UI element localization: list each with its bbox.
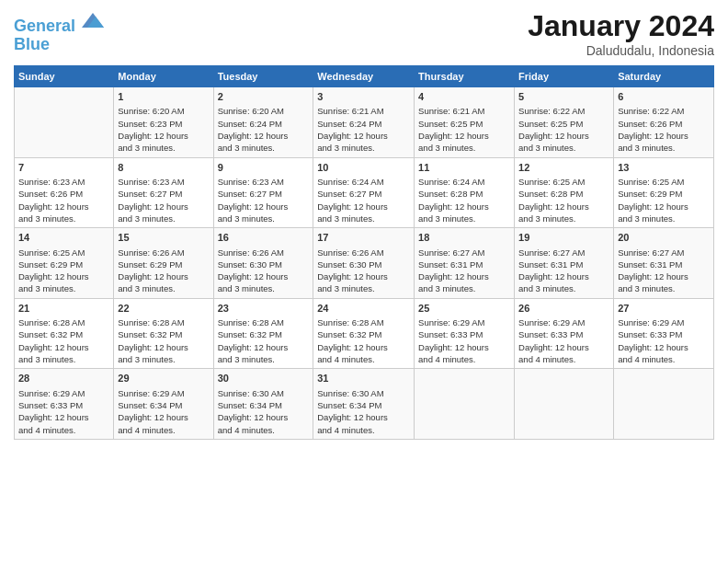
day-number: 15	[118, 231, 209, 245]
column-header-thursday: Thursday	[415, 66, 515, 87]
day-number: 2	[218, 90, 310, 104]
logo: General Blue	[14, 9, 104, 54]
day-number: 7	[18, 161, 109, 175]
calendar-cell: 16Sunrise: 6:26 AM Sunset: 6:30 PM Dayli…	[213, 228, 313, 299]
day-info: Sunrise: 6:21 AM Sunset: 6:25 PM Dayligh…	[418, 105, 510, 154]
calendar-cell: 25Sunrise: 6:29 AM Sunset: 6:33 PM Dayli…	[415, 298, 515, 369]
day-info: Sunrise: 6:29 AM Sunset: 6:33 PM Dayligh…	[618, 316, 710, 365]
calendar-week-row: 21Sunrise: 6:28 AM Sunset: 6:32 PM Dayli…	[15, 298, 714, 369]
day-number: 18	[418, 231, 510, 245]
day-info: Sunrise: 6:25 AM Sunset: 6:29 PM Dayligh…	[618, 176, 710, 224]
month-title: January 2024	[528, 9, 714, 43]
day-info: Sunrise: 6:30 AM Sunset: 6:34 PM Dayligh…	[317, 387, 410, 436]
day-info: Sunrise: 6:26 AM Sunset: 6:30 PM Dayligh…	[218, 247, 310, 295]
calendar-header-row: SundayMondayTuesdayWednesdayThursdayFrid…	[15, 66, 714, 87]
day-number: 24	[317, 302, 410, 316]
calendar-cell: 1Sunrise: 6:20 AM Sunset: 6:23 PM Daylig…	[114, 87, 213, 158]
logo-icon	[82, 9, 104, 31]
day-info: Sunrise: 6:28 AM Sunset: 6:32 PM Dayligh…	[218, 316, 310, 365]
day-info: Sunrise: 6:29 AM Sunset: 6:33 PM Dayligh…	[418, 316, 510, 365]
day-info: Sunrise: 6:29 AM Sunset: 6:33 PM Dayligh…	[18, 387, 109, 436]
day-info: Sunrise: 6:28 AM Sunset: 6:32 PM Dayligh…	[118, 316, 209, 365]
column-header-tuesday: Tuesday	[213, 66, 313, 87]
day-info: Sunrise: 6:23 AM Sunset: 6:26 PM Dayligh…	[18, 176, 109, 224]
day-number: 9	[218, 161, 310, 175]
day-info: Sunrise: 6:28 AM Sunset: 6:32 PM Dayligh…	[18, 316, 109, 365]
calendar-cell: 17Sunrise: 6:26 AM Sunset: 6:30 PM Dayli…	[313, 228, 415, 299]
calendar-cell: 10Sunrise: 6:24 AM Sunset: 6:27 PM Dayli…	[313, 157, 415, 228]
calendar-cell: 31Sunrise: 6:30 AM Sunset: 6:34 PM Dayli…	[313, 369, 415, 440]
column-header-wednesday: Wednesday	[313, 66, 415, 87]
page-container: General Blue January 2024 Dalududalu, In…	[0, 0, 728, 563]
day-number: 8	[118, 161, 209, 175]
day-info: Sunrise: 6:25 AM Sunset: 6:28 PM Dayligh…	[518, 176, 609, 224]
calendar-week-row: 28Sunrise: 6:29 AM Sunset: 6:33 PM Dayli…	[15, 369, 714, 440]
day-info: Sunrise: 6:25 AM Sunset: 6:29 PM Dayligh…	[18, 247, 109, 295]
calendar-cell: 29Sunrise: 6:29 AM Sunset: 6:34 PM Dayli…	[114, 369, 213, 440]
calendar-cell: 30Sunrise: 6:30 AM Sunset: 6:34 PM Dayli…	[213, 369, 313, 440]
day-info: Sunrise: 6:24 AM Sunset: 6:27 PM Dayligh…	[317, 176, 410, 224]
calendar-cell: 14Sunrise: 6:25 AM Sunset: 6:29 PM Dayli…	[15, 228, 114, 299]
day-info: Sunrise: 6:23 AM Sunset: 6:27 PM Dayligh…	[118, 176, 209, 224]
calendar-cell	[15, 87, 114, 158]
calendar-cell: 24Sunrise: 6:28 AM Sunset: 6:32 PM Dayli…	[313, 298, 415, 369]
day-info: Sunrise: 6:26 AM Sunset: 6:30 PM Dayligh…	[317, 247, 410, 295]
calendar-cell: 27Sunrise: 6:29 AM Sunset: 6:33 PM Dayli…	[614, 298, 714, 369]
day-info: Sunrise: 6:29 AM Sunset: 6:33 PM Dayligh…	[518, 316, 609, 365]
calendar-cell: 21Sunrise: 6:28 AM Sunset: 6:32 PM Dayli…	[15, 298, 114, 369]
day-info: Sunrise: 6:21 AM Sunset: 6:24 PM Dayligh…	[317, 105, 410, 154]
calendar-cell: 19Sunrise: 6:27 AM Sunset: 6:31 PM Dayli…	[515, 228, 614, 299]
calendar-cell: 2Sunrise: 6:20 AM Sunset: 6:24 PM Daylig…	[213, 87, 313, 158]
column-header-friday: Friday	[515, 66, 614, 87]
day-info: Sunrise: 6:23 AM Sunset: 6:27 PM Dayligh…	[218, 176, 310, 224]
calendar-cell: 8Sunrise: 6:23 AM Sunset: 6:27 PM Daylig…	[114, 157, 213, 228]
day-number: 20	[618, 231, 710, 245]
day-info: Sunrise: 6:27 AM Sunset: 6:31 PM Dayligh…	[618, 247, 710, 295]
calendar-cell: 13Sunrise: 6:25 AM Sunset: 6:29 PM Dayli…	[614, 157, 714, 228]
day-number: 5	[518, 90, 609, 104]
calendar-cell: 18Sunrise: 6:27 AM Sunset: 6:31 PM Dayli…	[415, 228, 515, 299]
day-info: Sunrise: 6:26 AM Sunset: 6:29 PM Dayligh…	[118, 247, 209, 295]
day-number: 12	[518, 161, 609, 175]
column-header-saturday: Saturday	[614, 66, 714, 87]
logo-blue: Blue	[14, 36, 104, 54]
calendar-week-row: 14Sunrise: 6:25 AM Sunset: 6:29 PM Dayli…	[15, 228, 714, 299]
calendar-cell: 9Sunrise: 6:23 AM Sunset: 6:27 PM Daylig…	[213, 157, 313, 228]
day-info: Sunrise: 6:20 AM Sunset: 6:23 PM Dayligh…	[118, 105, 209, 154]
day-info: Sunrise: 6:24 AM Sunset: 6:28 PM Dayligh…	[418, 176, 510, 224]
calendar-cell: 11Sunrise: 6:24 AM Sunset: 6:28 PM Dayli…	[415, 157, 515, 228]
calendar-cell: 5Sunrise: 6:22 AM Sunset: 6:25 PM Daylig…	[515, 87, 614, 158]
day-number: 27	[618, 302, 710, 316]
day-number: 1	[118, 90, 209, 104]
day-number: 25	[418, 302, 510, 316]
calendar-cell: 23Sunrise: 6:28 AM Sunset: 6:32 PM Dayli…	[213, 298, 313, 369]
calendar-cell: 22Sunrise: 6:28 AM Sunset: 6:32 PM Dayli…	[114, 298, 213, 369]
calendar-cell: 15Sunrise: 6:26 AM Sunset: 6:29 PM Dayli…	[114, 228, 213, 299]
day-number: 16	[218, 231, 310, 245]
day-number: 31	[317, 372, 410, 385]
calendar-cell: 4Sunrise: 6:21 AM Sunset: 6:25 PM Daylig…	[415, 87, 515, 158]
day-number: 4	[418, 90, 510, 104]
logo-text: General	[14, 9, 104, 36]
column-header-sunday: Sunday	[15, 66, 114, 87]
day-info: Sunrise: 6:22 AM Sunset: 6:25 PM Dayligh…	[518, 105, 609, 154]
day-number: 29	[118, 372, 209, 385]
calendar-cell: 12Sunrise: 6:25 AM Sunset: 6:28 PM Dayli…	[515, 157, 614, 228]
day-info: Sunrise: 6:30 AM Sunset: 6:34 PM Dayligh…	[218, 387, 310, 436]
calendar-table: SundayMondayTuesdayWednesdayThursdayFrid…	[14, 65, 714, 440]
calendar-cell: 6Sunrise: 6:22 AM Sunset: 6:26 PM Daylig…	[614, 87, 714, 158]
calendar-cell	[415, 369, 515, 440]
calendar-cell	[515, 369, 614, 440]
day-info: Sunrise: 6:27 AM Sunset: 6:31 PM Dayligh…	[518, 247, 609, 295]
calendar-cell: 3Sunrise: 6:21 AM Sunset: 6:24 PM Daylig…	[313, 87, 415, 158]
day-info: Sunrise: 6:29 AM Sunset: 6:34 PM Dayligh…	[118, 387, 209, 436]
day-number: 26	[518, 302, 609, 316]
column-header-monday: Monday	[114, 66, 213, 87]
day-info: Sunrise: 6:20 AM Sunset: 6:24 PM Dayligh…	[218, 105, 310, 154]
title-area: January 2024 Dalududalu, Indonesia	[528, 9, 714, 58]
day-number: 11	[418, 161, 510, 175]
day-number: 28	[18, 372, 109, 385]
day-number: 10	[317, 161, 410, 175]
day-number: 6	[618, 90, 710, 104]
calendar-cell	[614, 369, 714, 440]
